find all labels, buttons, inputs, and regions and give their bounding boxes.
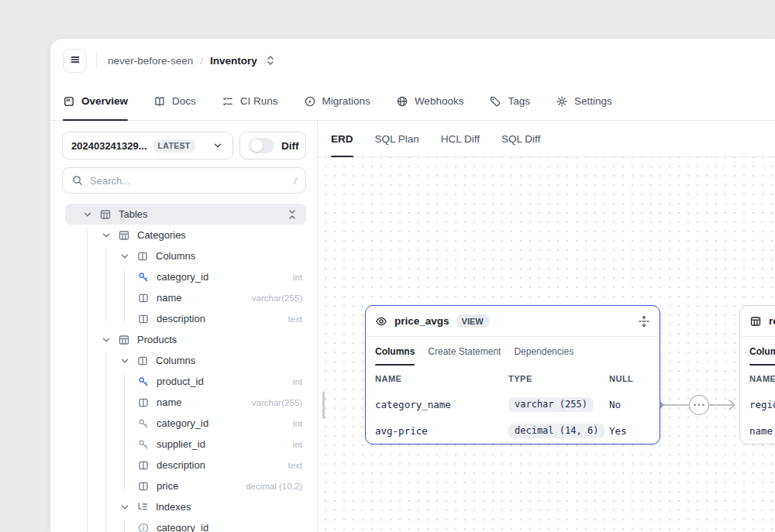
version-select[interactable]: 202403241329... LATEST	[62, 132, 233, 160]
version-value: 202403241329...	[71, 140, 147, 152]
tree-item-supplier-id[interactable]: supplier_idint	[62, 434, 306, 455]
column-header-name: NAME	[375, 366, 508, 391]
entity-card-price-avgs[interactable]: price_avgs VIEW ColumnsCreate StatementD…	[365, 305, 660, 444]
breadcrumb: never-before-seen / Inventory	[108, 54, 277, 67]
tab-sql-plan[interactable]: SQL Plan	[375, 121, 419, 156]
tab-label: Tags	[508, 95, 530, 107]
column-name: category_name	[375, 391, 508, 417]
entity-tab-colum[interactable]: Colum	[749, 337, 775, 366]
tree-indent-guide	[105, 248, 106, 324]
columns-icon	[137, 459, 150, 472]
column-name: region	[749, 391, 775, 417]
tab-migrations[interactable]: Migrations	[304, 82, 370, 120]
key-primary-icon	[137, 376, 150, 388]
columns-icon	[136, 355, 149, 367]
tree-item-label: Categories	[137, 229, 186, 241]
collapse-all-icon[interactable]	[286, 208, 306, 221]
chevron-down-icon[interactable]	[100, 334, 112, 346]
column-type-label: int	[293, 440, 306, 449]
entity-columns-table: NAMEregionname	[740, 366, 775, 444]
chevron-down-icon[interactable]	[81, 208, 94, 221]
breadcrumb-project[interactable]: never-before-seen	[108, 55, 193, 67]
column-type-label: text	[288, 314, 306, 324]
tree-item-category-id[interactable]: category_idint	[62, 413, 306, 434]
tab-sql-diff[interactable]: SQL Diff	[501, 121, 540, 156]
column-type-label: int	[293, 273, 306, 282]
tree-item-columns[interactable]: Columns	[62, 245, 306, 266]
entity-title: price_avgs	[394, 315, 450, 327]
tree-item-label: Columns	[156, 355, 195, 366]
tree-item-product-id[interactable]: product_idint	[62, 371, 306, 392]
gear-icon	[556, 95, 568, 108]
play-circle-icon	[304, 95, 316, 108]
column-header-type: TYPE	[508, 366, 609, 391]
tab-ci-runs[interactable]: CI Runs	[222, 82, 278, 120]
chevron-down-icon[interactable]	[119, 355, 131, 367]
tree-item-name[interactable]: namevarchar(255)	[62, 392, 306, 413]
chevron-down-icon[interactable]	[119, 250, 131, 263]
menu-button[interactable]	[63, 49, 87, 73]
screenshot-stage: never-before-seen / Inventory OverviewDo…	[0, 0, 775, 532]
tree-item-name[interactable]: namevarchar(255)	[62, 287, 306, 308]
relationship-edge[interactable]	[656, 393, 742, 417]
tab-overview[interactable]: Overview	[63, 82, 128, 120]
diff-toggle[interactable]: Diff	[239, 132, 306, 160]
entity-tab-columns[interactable]: Columns	[375, 337, 415, 366]
tab-hcl-diff[interactable]: HCL Diff	[441, 121, 480, 156]
tab-settings[interactable]: Settings	[556, 82, 612, 120]
column-type: decimal (14, 6)	[508, 417, 609, 444]
columns-icon	[136, 250, 149, 263]
tree-item-label: name	[157, 292, 182, 304]
tree-item-label: description	[157, 313, 205, 324]
tree-item-category-id[interactable]: category_id	[62, 517, 306, 532]
tree-item-label: category_id	[157, 271, 208, 283]
column-type-label: decimal (10,2)	[246, 482, 306, 491]
tree-item-price[interactable]: pricedecimal (10,2)	[62, 475, 306, 496]
erd-canvas[interactable]: price_avgs VIEW ColumnsCreate StatementD…	[318, 157, 775, 532]
tree-item-categories[interactable]: Categories	[62, 225, 306, 245]
tree-item-tables[interactable]: Tables	[65, 204, 306, 225]
tab-webhooks[interactable]: Webhooks	[396, 82, 464, 120]
tag-icon	[489, 95, 501, 108]
schema-tree: TablesCategoriesColumnscategory_idintnam…	[62, 204, 306, 532]
tree-indent-guide	[124, 373, 125, 491]
column-type-label: int	[293, 377, 306, 386]
view-badge: VIEW	[456, 314, 489, 328]
entity-title: re	[769, 315, 775, 327]
breadcrumb-current[interactable]: Inventory	[210, 55, 257, 67]
columns-icon	[137, 396, 150, 409]
tree-item-label: category_id	[157, 522, 208, 532]
chevron-down-icon[interactable]	[100, 229, 112, 242]
search-input[interactable]	[90, 175, 288, 187]
tree-item-label: Products	[137, 334, 177, 345]
key-muted-icon	[137, 417, 150, 430]
tab-erd[interactable]: ERD	[331, 121, 353, 156]
entity-tab-create-statement[interactable]: Create Statement	[428, 337, 501, 366]
tree-item-description[interactable]: descriptiontext	[62, 455, 306, 475]
tree-item-columns[interactable]: Columns	[62, 350, 306, 371]
main-nav-tabs: OverviewDocsCI RunsMigrationsWebhooksTag…	[50, 82, 775, 121]
tree-item-description[interactable]: descriptiontext	[62, 308, 306, 329]
column-type-label: text	[288, 461, 306, 470]
search-shortcut-hint: /	[294, 175, 297, 187]
diff-toggle-label: Diff	[281, 140, 299, 152]
chevron-down-icon	[212, 139, 224, 152]
tab-docs[interactable]: Docs	[153, 82, 196, 120]
entity-card-header: re	[740, 306, 775, 337]
entity-tab-dependencies[interactable]: Dependencies	[514, 337, 574, 366]
entity-card-partial[interactable]: re Colum NAMEregionname	[739, 305, 775, 444]
canvas-scrollbar[interactable]	[322, 391, 325, 419]
tab-label: Migrations	[322, 95, 370, 107]
tree-item-category-id[interactable]: category_idint	[62, 266, 306, 287]
tab-tags[interactable]: Tags	[489, 82, 530, 120]
chevron-down-icon[interactable]	[119, 501, 131, 513]
tree-item-indexes[interactable]: Indexes	[62, 496, 306, 517]
search-box[interactable]: /	[62, 167, 306, 194]
book-icon	[153, 95, 166, 108]
chevron-updown-icon[interactable]	[264, 54, 277, 67]
tree-item-label: Tables	[119, 208, 148, 220]
entity-card-tabs: ColumnsCreate StatementDependencies	[366, 337, 660, 366]
tree-item-products[interactable]: Products	[62, 329, 306, 350]
drag-handle-icon[interactable]	[638, 315, 650, 328]
latest-badge: LATEST	[153, 139, 195, 153]
